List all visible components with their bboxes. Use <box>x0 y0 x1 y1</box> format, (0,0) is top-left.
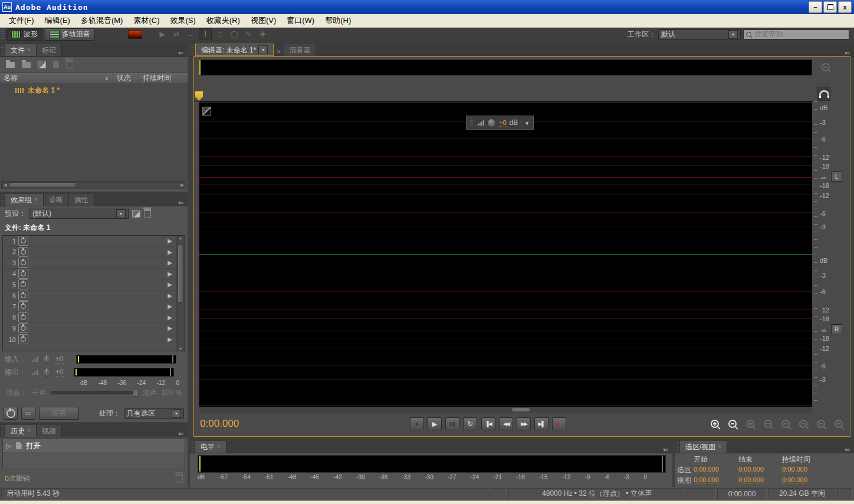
scrollbar-thumb[interactable] <box>9 182 76 188</box>
waveform-view-button[interactable]: 波形 <box>6 28 42 41</box>
rack-slot[interactable]: 3▶ <box>3 258 176 269</box>
panel-menu-icon[interactable]: ▾≡ <box>173 431 188 437</box>
zoom-to-selection-icon[interactable] <box>835 420 843 428</box>
input-gain-knob[interactable] <box>42 355 51 364</box>
slot-menu-icon[interactable]: ▶ <box>167 325 175 331</box>
rack-slot[interactable]: 5▶ <box>3 279 176 291</box>
tab-selection-view[interactable]: 选区/视图 × <box>680 441 727 453</box>
fast-forward-button[interactable]: ▶▶ <box>517 417 531 430</box>
view-duration-value[interactable]: 0:00.000 <box>782 476 807 484</box>
tab-history[interactable]: 历史 × <box>5 425 37 437</box>
history-entry[interactable]: ▷ 打开 <box>3 439 185 452</box>
input-gain-value[interactable]: +0 <box>55 355 64 364</box>
close-icon[interactable]: × <box>217 441 221 453</box>
rack-slot[interactable]: 2▶ <box>3 247 176 258</box>
hud-grip[interactable] <box>470 118 473 127</box>
editor-tab-close-icon[interactable]: × <box>274 48 284 56</box>
rack-slot[interactable]: 8▶ <box>3 312 176 324</box>
zoom-in-vertical-icon[interactable] <box>711 420 719 428</box>
rack-slot[interactable]: 7▶ <box>3 301 176 312</box>
tab-effects-rack[interactable]: 效果组 × <box>5 194 44 206</box>
panel-menu-icon[interactable]: ▾≡ <box>173 200 188 206</box>
apply-button[interactable]: 应用 <box>39 407 79 420</box>
close-icon[interactable]: × <box>718 441 721 453</box>
workspace-select[interactable]: 默认 ▼ <box>658 29 741 39</box>
menu-file[interactable]: 文件(F) <box>4 14 40 27</box>
tab-video[interactable]: 视频 <box>37 425 62 437</box>
delete-file-icon[interactable] <box>66 60 73 69</box>
close-icon[interactable]: × <box>27 44 31 56</box>
editor-hscrollbar[interactable] <box>199 407 812 413</box>
scrollbar-thumb[interactable] <box>512 408 530 411</box>
menu-clip[interactable]: 素材(C) <box>128 14 165 27</box>
rack-slot[interactable]: 4▶ <box>3 269 176 280</box>
zoom-out-horizontal-icon[interactable] <box>764 420 772 428</box>
loop-button[interactable]: ↻ <box>463 417 477 430</box>
menu-favorites[interactable]: 收藏夹(R) <box>201 14 245 27</box>
column-duration[interactable]: 持续时间 <box>139 73 188 83</box>
multitrack-view-button[interactable]: 多轨混音 <box>45 28 95 41</box>
delete-preset-icon[interactable] <box>144 209 151 218</box>
slot-menu-icon[interactable]: ▶ <box>167 336 175 342</box>
record-button[interactable]: ● <box>552 417 566 430</box>
slot-menu-icon[interactable]: ▶ <box>167 303 175 309</box>
import-file-icon[interactable] <box>22 62 31 68</box>
amplitude-ruler[interactable]: dB -3 -6 -12 -18 -∞ -18 -12 -6 -3 L dB -… <box>814 101 850 407</box>
zoom-out-vertical-icon[interactable] <box>728 420 737 428</box>
close-button[interactable]: x <box>838 1 852 13</box>
go-to-end-button[interactable]: ▶▌ <box>534 417 548 430</box>
panel-menu-icon[interactable]: ▾≡ <box>840 447 854 453</box>
zoom-in-horizontal-icon[interactable] <box>746 420 754 428</box>
scroll-left-icon[interactable]: ◀ <box>2 182 9 188</box>
slot-menu-icon[interactable]: ▶ <box>167 281 175 288</box>
selection-start-value[interactable]: 0:00.000 <box>694 466 719 473</box>
scroll-right-icon[interactable]: ▶ <box>179 182 186 188</box>
restore-button[interactable] <box>823 1 837 13</box>
time-display[interactable]: 0:00.000 <box>200 418 239 430</box>
panel-menu-icon[interactable]: ▾≡ <box>840 50 854 56</box>
save-file-icon[interactable] <box>53 61 59 68</box>
snap-button[interactable] <box>817 87 830 101</box>
search-input[interactable] <box>754 29 839 39</box>
mix-slider-handle[interactable] <box>133 390 139 397</box>
marquee-tool-icon[interactable]: □ <box>214 29 226 39</box>
zoom-reset-icon[interactable] <box>781 420 790 428</box>
pause-button[interactable]: ▮▮ <box>445 417 459 430</box>
selection-end-value[interactable]: 0:00.000 <box>738 466 764 473</box>
view-start-value[interactable]: 0:00.000 <box>694 476 719 484</box>
menu-help[interactable]: 帮助(H) <box>320 14 356 27</box>
slot-power-button[interactable] <box>18 279 28 289</box>
menu-window[interactable]: 窗口(W) <box>281 14 320 27</box>
lasso-tool-icon[interactable]: ◯ <box>228 29 240 39</box>
slot-power-button[interactable] <box>18 334 28 344</box>
column-status[interactable]: 状态 <box>113 73 139 83</box>
heal-tool-icon[interactable]: ✚ <box>257 29 268 39</box>
tab-mixer[interactable]: 混音器 <box>284 44 316 56</box>
menu-view[interactable]: 视图(V) <box>245 14 281 27</box>
tab-editor[interactable]: 编辑器: 未命名 1* ▼ <box>195 44 274 56</box>
file-row[interactable]: 未命名 1 * <box>0 83 188 95</box>
slip-tool-icon[interactable]: ⇄ <box>170 29 182 39</box>
overview-strip[interactable] <box>199 60 812 75</box>
rack-slot[interactable]: 1▶ <box>3 236 176 247</box>
scroll-up-icon[interactable]: ▲ <box>179 236 183 240</box>
rack-slot[interactable]: 10▶ <box>3 334 176 345</box>
column-name[interactable]: 名称 ▲ <box>0 73 113 83</box>
slot-power-button[interactable] <box>18 323 28 333</box>
menu-multitrack[interactable]: 多轨混音(M) <box>75 14 129 27</box>
tab-properties[interactable]: 属性 <box>69 194 94 206</box>
view-end-value[interactable]: 0:00.000 <box>738 476 764 484</box>
mix-slider[interactable] <box>51 391 138 394</box>
selection-duration-value[interactable]: 0:00.000 <box>782 466 807 473</box>
panel-menu-icon[interactable]: ▾≡ <box>173 50 188 56</box>
menu-edit[interactable]: 编辑(E) <box>40 14 75 27</box>
close-icon[interactable]: × <box>27 425 31 437</box>
spectral-display-button[interactable] <box>128 30 142 39</box>
tab-levels[interactable]: 电平 × <box>195 441 226 453</box>
zoom-reset-icon[interactable] <box>822 63 830 71</box>
display-splitter-handle[interactable] <box>202 107 211 116</box>
tab-diagnostics[interactable]: 诊断 <box>44 194 69 206</box>
scroll-down-icon[interactable]: ▼ <box>179 347 183 351</box>
slot-menu-icon[interactable]: ▶ <box>167 238 175 244</box>
move-tool-icon[interactable]: ▶ <box>156 29 168 39</box>
